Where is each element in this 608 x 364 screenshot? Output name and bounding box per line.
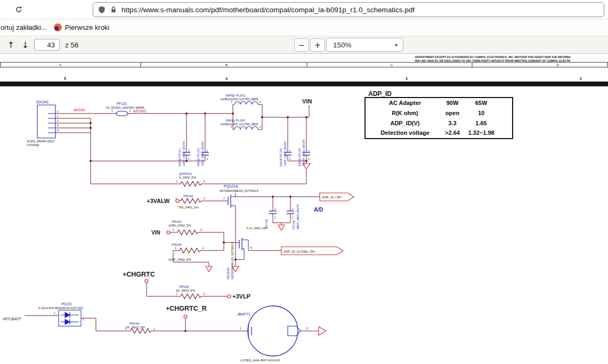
lock-icon[interactable] <box>110 6 117 13</box>
pr101-value: 0_0402_5% <box>179 176 197 179</box>
pr106-refdes: PR106 <box>129 322 140 325</box>
pq101b-value: 2N7002KDW-2N_SOT363-5 <box>231 242 234 279</box>
bookmark-label: ortuj zakładki... <box>1 23 47 31</box>
adp-table-cell: AC Adapter <box>389 100 421 106</box>
pq101a-refdes: PQ101A <box>224 184 238 189</box>
pr101-pin-2: 2 <box>204 180 205 183</box>
junction-dot <box>90 160 92 162</box>
adp-table-cell: 1.32~1.98 <box>468 130 494 136</box>
bookmarks-bar: ortuj zakładki... Pierwsze kroki <box>0 19 608 36</box>
pd101-pin-1: 1 <box>54 311 55 314</box>
next-page-button[interactable]: ↓ <box>19 38 32 52</box>
pl101-value: HCB2012KF-121T50_0805 <box>221 98 258 101</box>
confidentiality-notice-line1: DEPARTMENT EXCEPT AS AUTHORIZED BY COMPA… <box>415 55 571 59</box>
pl102-value: HCB2012KF-121T50_0805 <box>221 123 258 126</box>
page-number-input[interactable] <box>34 39 60 51</box>
pr106-pin-1: 1 <box>125 327 126 330</box>
pc103-refdes: EMI@ PC103 <box>279 148 282 166</box>
net-3vlp: +3VLP <box>232 293 250 300</box>
pr103-pin-2: 2 <box>200 228 202 231</box>
adp-table-cell: 3.3 <box>448 120 456 126</box>
jbatt1-refdes: JBATT1 <box>237 312 250 316</box>
pd101-refdes: PD101 <box>61 302 72 306</box>
zone-letter: D <box>557 63 560 67</box>
net-node-circle <box>184 315 187 318</box>
junction-dot <box>223 241 225 244</box>
zoom-in-button[interactable]: + <box>310 38 325 52</box>
pr106-pin-2: 2 <box>153 327 155 330</box>
bookmark-item-sort[interactable]: ortuj zakładki... <box>1 23 47 31</box>
pc106-value: 680P_0603_50V7K <box>296 204 299 229</box>
pq101a-pin-6: 6 <box>237 189 238 192</box>
junction-dot <box>234 258 237 261</box>
pf101-pin-1: 1 <box>111 109 113 112</box>
url-bar[interactable]: https://www.s-manuals.com/pdf/motherboar… <box>93 2 604 17</box>
pr103-pin-1: 1 <box>173 228 174 231</box>
net-rtcbatt: +RTCBATT <box>2 317 21 321</box>
jdcin1-pin-2: 2 <box>57 115 59 118</box>
net-node-circle <box>145 279 148 282</box>
schematic-page: DEPARTMENT EXCEPT AS AUTHORIZED BY COMPA… <box>0 54 608 364</box>
tracking-shield-icon[interactable] <box>98 6 106 13</box>
net-vin-top: VIN <box>302 98 312 104</box>
pc104-refdes: EMI@ PC104 <box>298 148 301 166</box>
pc104-value: 1000P_0402_50V7K <box>302 139 305 166</box>
jdcin1-pin-4: 4 <box>57 124 59 127</box>
reload-button[interactable] <box>12 3 26 17</box>
pc102-refdes: EMI@ PC102 <box>197 148 200 166</box>
zone-number: 2 <box>580 77 582 80</box>
adp-table-cell: R(K ohm) <box>392 110 418 116</box>
adp-table-cell: ADP_ID(V) <box>390 120 419 126</box>
zone-letter: C <box>391 63 393 67</box>
pr102-pin-2: 2 <box>204 197 205 200</box>
pf101-refdes: PF101 <box>117 102 127 106</box>
pf101-pin-2: 2 <box>129 109 131 112</box>
previous-page-button[interactable]: ↑ <box>4 38 18 52</box>
pr105-pin-2: 2 <box>204 292 205 295</box>
firefox-icon <box>54 23 62 31</box>
jdcin1-pin-3: 3 <box>57 119 59 123</box>
junction-dot <box>305 160 307 162</box>
pl102-pin-1: 1 <box>231 125 232 128</box>
pd101-pin-3: 3 <box>83 318 84 321</box>
pq101b-pin-5: 5 <box>250 246 252 249</box>
net-node-circle <box>228 295 231 298</box>
junction-dot <box>305 116 307 118</box>
pr104-pin-1: 1 <box>175 246 176 249</box>
junction-dot <box>204 112 206 115</box>
pr104-pin-2: 2 <box>202 246 204 249</box>
junction-dot <box>289 196 291 198</box>
pr105-pin-1: 1 <box>176 292 177 295</box>
junction-dot <box>185 112 188 115</box>
bookmark-item-get-started[interactable]: Pierwsze kroki <box>54 23 110 31</box>
jbatt1-pin-1: 1 <box>240 327 241 330</box>
pq101a-pin-2: 2 <box>223 197 225 200</box>
pc106-refdes: PC106 <box>292 220 295 229</box>
pl101-pin-1: 1 <box>231 100 232 103</box>
junction-dot <box>272 196 274 198</box>
zoom-level-dropdown[interactable]: 150% ▾ <box>326 38 403 52</box>
adp-table-cell: 65W <box>475 100 488 106</box>
adp-table-cell: Detection voltage <box>380 130 429 136</box>
pr104-refdes: PR104 <box>172 243 182 246</box>
pdf-toolbar: ↑ ↓ z 56 − + 150% ▾ <box>0 36 608 54</box>
zone-number: 4 <box>225 77 228 80</box>
bookmark-label: Pierwsze kroki <box>65 23 110 31</box>
pr102-pin-1: 1 <box>175 197 177 200</box>
net-chgrtc: +CHGRTC <box>123 271 155 278</box>
net-node-circle <box>167 231 170 234</box>
zoom-out-button[interactable]: − <box>294 38 309 52</box>
pr103-value: 100K_0402_5% <box>168 224 191 227</box>
url-text[interactable]: https://www.s-manuals.com/pdf/motherboar… <box>121 6 415 14</box>
pr106-value: 1K_0603_5% <box>126 326 145 329</box>
adp-table-cell: >2.64 <box>445 130 460 136</box>
pl102-refdes: EMI@ PL102 <box>226 119 245 122</box>
pc101-value: 100P_0402_50V7K <box>182 141 185 166</box>
pr102-value: 750_0402_1% <box>178 206 199 209</box>
pc105-value: 0.1U_0402_16V <box>246 227 267 230</box>
junction-dot <box>90 127 92 129</box>
jdcin1-part: ACES_88299-0510 <box>27 140 54 143</box>
pd101-value: S SCH DIO BAS40CW SOT-323 <box>38 306 83 310</box>
pdf-viewport[interactable]: DEPARTMENT EXCEPT AS AUTHORIZED BY COMPA… <box>0 54 608 364</box>
adp-table-cell: 10 <box>478 110 484 116</box>
